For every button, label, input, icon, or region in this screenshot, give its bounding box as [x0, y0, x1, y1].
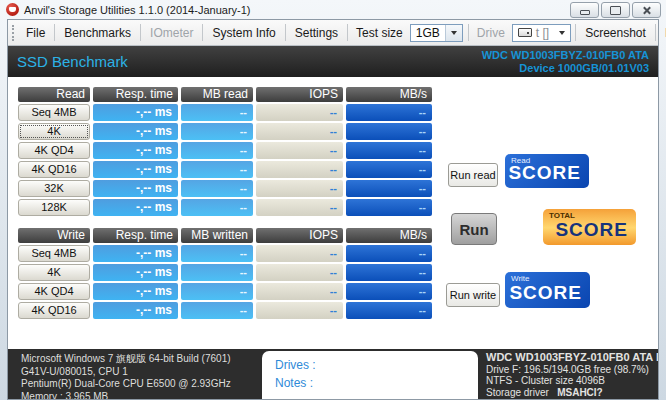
iops-header: IOPS [256, 228, 343, 243]
read-row-button-4kqd16[interactable]: 4K QD16 [18, 161, 90, 178]
window-controls [570, 2, 661, 18]
page-title: SSD Benchmark [17, 53, 128, 70]
write-score-box: Write SCORE [505, 272, 590, 308]
separator [468, 24, 469, 41]
window-title: Anvil's Storage Utilities 1.1.0 (2014-Ja… [24, 4, 250, 16]
separator [140, 24, 141, 41]
minimize-icon [580, 10, 590, 15]
separator [202, 24, 203, 41]
separator [575, 24, 576, 41]
mbs-cell: -- [346, 283, 432, 300]
window-content: File Benchmarks IOmeter System Info Sett… [7, 19, 659, 400]
menu-settings[interactable]: Settings [287, 23, 346, 43]
drive-free-line: Drive F: 196.5/194.0GB free (98.7%) [486, 364, 658, 376]
read-header: Read [18, 87, 90, 102]
separator [655, 24, 656, 41]
mb-read-cell: -- [181, 123, 253, 140]
mb-read-header: MB read [181, 87, 253, 102]
run-read-button[interactable]: Run read [448, 163, 498, 187]
resp-time-cell: -,-- ms [93, 161, 178, 178]
read-row-button-32k[interactable]: 32K [18, 180, 90, 197]
write-row-button-4kqd4[interactable]: 4K QD4 [18, 283, 90, 300]
device-capacity: Device 1000GB/01.01V03 [482, 62, 649, 75]
device-model: WDC WD1003FBYZ-010FB0 ATA [482, 49, 649, 62]
write-table: Write Resp. time MB written IOPS MB/s Se… [18, 228, 432, 319]
test-size-value: 1GB [411, 26, 445, 40]
storage-driver-line: Storage driver MSAHCI? [486, 387, 658, 399]
title-bar: Anvil's Storage Utilities 1.1.0 (2014-Ja… [0, 0, 666, 19]
write-row-button-seq4mb[interactable]: Seq 4MB [18, 245, 90, 262]
read-row-button-128k[interactable]: 128K [18, 199, 90, 216]
drive-info: WDC WD1003FBYZ-010FB0 ATA Device Drive F… [486, 352, 658, 399]
write-header: Write [18, 228, 90, 243]
total-score-value: SCORE [555, 219, 628, 241]
iops-cell: -- [256, 123, 343, 140]
maximize-button[interactable] [601, 2, 630, 18]
close-button[interactable] [632, 2, 661, 18]
mb-read-cell: -- [181, 199, 253, 216]
system-info: Microsoft Windows 7 旗舰版 64-bit Build (76… [21, 353, 231, 399]
iops-cell: -- [256, 302, 343, 319]
run-write-button[interactable]: Run write [446, 283, 500, 307]
resp-time-cell: -,-- ms [93, 264, 178, 281]
board-line: G41V-U/080015, CPU 1 [21, 366, 231, 379]
mbs-cell: -- [346, 245, 432, 262]
close-icon [642, 6, 651, 15]
menu-system-info[interactable]: System Info [204, 23, 283, 43]
menu-screenshot[interactable]: Screenshot [577, 23, 654, 43]
menu-help[interactable]: Help [657, 23, 666, 43]
chevron-down-icon[interactable] [554, 25, 570, 41]
device-info: WDC WD1003FBYZ-010FB0 ATA Device 1000GB/… [482, 49, 649, 75]
drive-device-title: WDC WD1003FBYZ-010FB0 ATA Device [486, 352, 658, 364]
mbs-cell: -- [346, 123, 432, 140]
drives-label: Drives : [275, 356, 465, 374]
chevron-down-icon[interactable] [445, 25, 462, 41]
menu-benchmarks[interactable]: Benchmarks [56, 23, 139, 43]
menu-file[interactable]: File [18, 23, 53, 43]
iops-cell: -- [256, 283, 343, 300]
mb-read-cell: -- [181, 142, 253, 159]
resp-time-cell: -,-- ms [93, 302, 178, 319]
drive-select[interactable]: t [] [512, 24, 571, 42]
resp-time-header: Resp. time [93, 87, 178, 102]
minimize-button[interactable] [570, 2, 599, 18]
read-table: Read Resp. time MB read IOPS MB/s Seq 4M… [18, 87, 432, 216]
mbs-cell: -- [346, 104, 432, 121]
run-button[interactable]: Run [451, 213, 497, 245]
cpu-line: Pentium(R) Dual-Core CPU E6500 @ 2.93GHz [21, 378, 231, 391]
main-area: Read Resp. time MB read IOPS MB/s Seq 4M… [8, 77, 658, 349]
total-score-box: TOTAL SCORE [543, 209, 636, 245]
read-row-button-4k[interactable]: 4K [18, 123, 90, 140]
test-size-label: Test size [349, 26, 410, 40]
drive-label: Drive [470, 26, 512, 40]
read-row-button-seq4mb[interactable]: Seq 4MB [18, 104, 90, 121]
read-score-value: SCORE [508, 162, 581, 184]
read-score-box: Read SCORE [505, 154, 589, 188]
mbs-cell: -- [346, 161, 432, 178]
storage-driver-label: Storage driver [486, 387, 549, 398]
storage-driver-value: MSAHCI? [557, 387, 603, 398]
iops-cell: -- [256, 104, 343, 121]
mb-read-cell: -- [181, 161, 253, 178]
app-window: Anvil's Storage Utilities 1.1.0 (2014-Ja… [0, 0, 666, 400]
resp-time-cell: -,-- ms [93, 245, 178, 262]
mb-written-cell: -- [181, 264, 253, 281]
resp-time-cell: -,-- ms [93, 283, 178, 300]
iops-cell: -- [256, 142, 343, 159]
maximize-icon [610, 6, 621, 15]
write-score-value: SCORE [509, 282, 582, 304]
iops-cell: -- [256, 180, 343, 197]
mb-written-cell: -- [181, 302, 253, 319]
iops-cell: -- [256, 161, 343, 178]
test-size-select[interactable]: 1GB [410, 24, 463, 42]
write-row-button-4kqd16[interactable]: 4K QD16 [18, 302, 90, 319]
read-row-button-4kqd4[interactable]: 4K QD4 [18, 142, 90, 159]
menu-iometer: IOmeter [142, 23, 201, 43]
mb-read-cell: -- [181, 180, 253, 197]
mbs-cell: -- [346, 199, 432, 216]
mbs-cell: -- [346, 142, 432, 159]
mb-written-cell: -- [181, 245, 253, 262]
write-row-button-4k[interactable]: 4K [18, 264, 90, 281]
drive-icon [518, 28, 532, 37]
app-icon [6, 3, 19, 16]
